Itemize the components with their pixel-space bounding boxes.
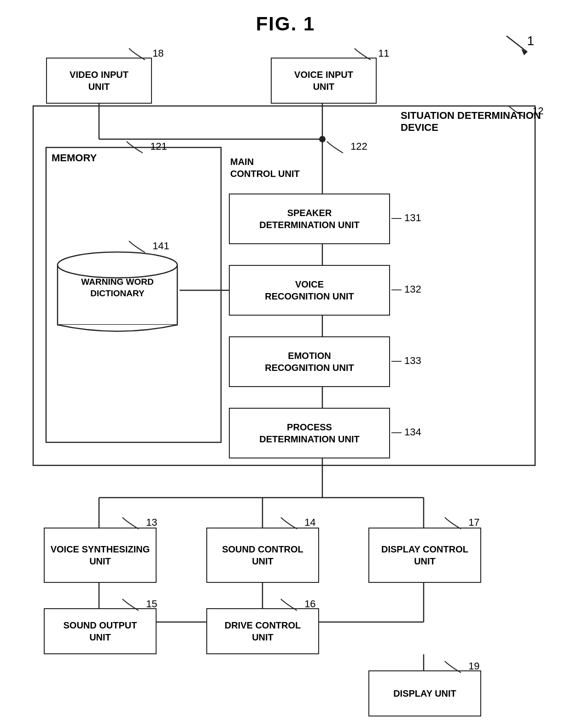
ref-134: — 134 xyxy=(391,426,421,438)
ref-132: — 132 xyxy=(391,283,421,295)
speaker-det-label: SPEAKERDETERMINATION UNIT xyxy=(259,207,359,231)
ref-122: 122 xyxy=(322,139,367,155)
ref-18: 18 xyxy=(124,46,164,62)
voice-synth-box: VOICE SYNTHESIZINGUNIT xyxy=(44,528,157,583)
voice-synth-label: VOICE SYNTHESIZINGUNIT xyxy=(51,543,150,567)
ref-121: 121 xyxy=(122,139,167,155)
voice-recog-label: VOICERECOGNITION UNIT xyxy=(265,278,354,302)
speaker-det-box: SPEAKERDETERMINATION UNIT xyxy=(229,194,390,244)
sound-output-label: SOUND OUTPUTUNIT xyxy=(64,619,137,643)
display-control-label: DISPLAY CONTROLUNIT xyxy=(381,543,468,567)
process-det-box: PROCESSDETERMINATION UNIT xyxy=(229,408,390,458)
voice-input-box: VOICE INPUTUNIT xyxy=(271,58,377,104)
voice-input-label: VOICE INPUTUNIT xyxy=(294,69,353,93)
warning-word-label: WARNING WORD DICTIONARY xyxy=(60,276,175,299)
ref-1: 1 xyxy=(502,31,534,60)
ref-17: 17 xyxy=(440,515,480,531)
drive-control-box: DRIVE CONTROLUNIT xyxy=(206,608,319,654)
display-control-box: DISPLAY CONTROLUNIT xyxy=(368,528,481,583)
ref-12: 12 xyxy=(504,104,544,120)
ref-131: — 131 xyxy=(391,212,421,224)
display-unit-box: DISPLAY UNIT xyxy=(368,670,481,716)
voice-recog-box: VOICERECOGNITION UNIT xyxy=(229,265,390,316)
ref-141: 141 xyxy=(124,239,169,255)
ref-11: 11 xyxy=(350,46,390,62)
display-unit-label: DISPLAY UNIT xyxy=(393,687,456,699)
sound-output-box: SOUND OUTPUTUNIT xyxy=(44,608,157,654)
emotion-recog-box: EMOTIONRECOGNITION UNIT xyxy=(229,336,390,387)
ref-14: 14 xyxy=(276,515,316,531)
ref-19: 19 xyxy=(440,659,480,675)
sound-control-label: SOUND CONTROLUNIT xyxy=(222,543,303,567)
process-det-label: PROCESSDETERMINATION UNIT xyxy=(259,421,359,445)
video-input-box: VIDEO INPUTUNIT xyxy=(46,58,152,104)
ref-133: — 133 xyxy=(391,355,421,367)
fig-title: FIG. 1 xyxy=(256,13,315,35)
ref-15: 15 xyxy=(118,597,157,613)
sound-control-box: SOUND CONTROLUNIT xyxy=(206,528,319,583)
video-input-label: VIDEO INPUTUNIT xyxy=(70,69,128,93)
memory-label: MEMORY xyxy=(52,152,97,164)
svg-point-27 xyxy=(58,252,177,278)
diagram: FIG. 1 1 xyxy=(0,0,571,728)
main-control-label: MAIN CONTROL UNIT xyxy=(230,156,300,180)
ref-13: 13 xyxy=(118,515,157,531)
svg-line-0 xyxy=(507,36,527,52)
ref-1-label: 1 xyxy=(527,34,534,48)
emotion-recog-label: EMOTIONRECOGNITION UNIT xyxy=(265,350,354,374)
ref-16: 16 xyxy=(276,597,316,613)
drive-control-label: DRIVE CONTROLUNIT xyxy=(225,619,301,643)
